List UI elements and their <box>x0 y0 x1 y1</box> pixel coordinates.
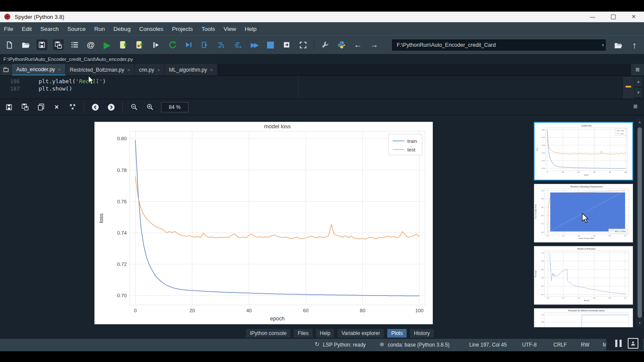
svg-text:100: 100 <box>624 172 627 173</box>
tab-close-icon[interactable]: × <box>157 67 160 72</box>
stop-button[interactable] <box>265 39 276 50</box>
working-directory-input[interactable]: F:\PythonRun\Auto_Encoder_credit_Card ▾ <box>392 39 606 51</box>
editor-scrollbar[interactable] <box>623 77 634 98</box>
save-plot-button[interactable] <box>4 103 14 112</box>
chevron-down-icon[interactable]: ▾ <box>601 42 604 48</box>
thumbnail-threshold-precision[interactable]: 1.00.8Precision for different threshold … <box>534 308 633 328</box>
browse-directory-button[interactable] <box>613 40 623 51</box>
remove-plot-button[interactable]: × <box>52 103 61 112</box>
next-plot-button[interactable] <box>106 103 116 112</box>
previous-plot-button[interactable] <box>91 103 100 112</box>
run-cell-button[interactable] <box>118 39 129 50</box>
browse-tabs-button[interactable] <box>0 64 12 75</box>
tab-files[interactable]: Files <box>293 329 313 338</box>
top-black-bar <box>0 0 644 12</box>
save-button[interactable] <box>36 39 47 50</box>
plots-toolbar: × 84 % ≡ <box>0 99 644 115</box>
permissions-status: RW <box>581 342 589 348</box>
tab-plots[interactable]: Plots <box>387 329 407 338</box>
menu-search[interactable]: Search <box>40 26 59 32</box>
menu-tools[interactable]: Tools <box>201 26 215 32</box>
open-file-button[interactable] <box>20 39 31 50</box>
close-button[interactable]: × <box>623 12 644 22</box>
tab-help[interactable]: Help <box>316 329 335 338</box>
svg-text:False Positive Rate: False Positive Rate <box>579 237 595 239</box>
tab-ipython-console[interactable]: IPython console <box>246 329 291 338</box>
thumbnails-scrollbar[interactable]: ▲ ▼ <box>636 118 643 327</box>
nav-forward-button[interactable]: → <box>369 39 380 50</box>
menu-edit[interactable]: Edit <box>22 26 32 32</box>
debug-file-button[interactable] <box>183 39 194 50</box>
step-over-button[interactable] <box>216 39 227 50</box>
remove-all-plots-button[interactable] <box>68 103 77 112</box>
menu-consoles[interactable]: Consoles <box>139 26 163 32</box>
svg-text:0.78: 0.78 <box>117 168 127 173</box>
maximize-pane-button[interactable] <box>298 39 308 50</box>
thumbnail-recall-precision-chart: 0.00.20.40.60.81.00.00.20.40.60.81.0Reca… <box>534 246 633 305</box>
scroll-down-button[interactable]: ▼ <box>635 88 642 97</box>
plots-options-button[interactable]: ≡ <box>630 103 641 111</box>
tab-variable-explorer[interactable]: Variable explorer <box>337 329 384 338</box>
scrollbar-thumb[interactable] <box>638 127 642 318</box>
editor-tab-bar: Auto_encoder.py × Restricted_Boltzman.py… <box>0 64 644 75</box>
continue-button[interactable]: ▶▶ <box>249 39 259 50</box>
occurrence-marker <box>626 86 631 87</box>
pause-icon[interactable] <box>620 340 622 347</box>
zoom-in-button[interactable] <box>145 103 155 112</box>
svg-text:epoch: epoch <box>584 174 589 176</box>
preferences-button[interactable] <box>320 39 331 50</box>
svg-text:0.4: 0.4 <box>578 235 580 237</box>
menu-view[interactable]: View <box>224 26 236 32</box>
tab-close-icon[interactable]: × <box>58 67 61 72</box>
main-toolbar: @ ▶ ▶▶ ← → F:\PythonRun\Auto_Encoder_cre… <box>0 35 644 54</box>
step-into-button[interactable] <box>232 39 243 50</box>
symbol-finder-button[interactable]: @ <box>85 39 96 50</box>
run-selection-button[interactable] <box>151 39 161 50</box>
menu-help[interactable]: Help <box>245 26 257 32</box>
code-editor[interactable]: 186 187 plt.ylabel('Recall') plt.show() … <box>0 75 644 99</box>
menu-projects[interactable]: Projects <box>172 26 193 32</box>
svg-text:0.76: 0.76 <box>117 199 127 204</box>
svg-text:0.2: 0.2 <box>562 297 565 299</box>
thumbnail-model-loss[interactable]: 0204060801000.700.720.740.760.780.80mode… <box>534 122 633 181</box>
webcam-toggle-button[interactable] <box>628 338 638 349</box>
rerun-button[interactable] <box>167 39 178 50</box>
zoom-out-button[interactable] <box>129 103 139 112</box>
copy-plot-button[interactable] <box>36 103 46 112</box>
menu-debug[interactable]: Debug <box>113 26 131 32</box>
save-all-button[interactable] <box>53 39 64 50</box>
file-switcher-button[interactable] <box>69 39 80 50</box>
zoom-level-field[interactable]: 84 % <box>161 102 188 112</box>
thumbnail-model-loss-chart: 0204060801000.700.720.740.760.780.80mode… <box>535 123 632 180</box>
restore-button[interactable] <box>603 12 623 22</box>
tab-history[interactable]: History <box>410 329 434 338</box>
run-file-button[interactable]: ▶ <box>102 39 112 50</box>
new-file-button[interactable] <box>4 39 15 50</box>
thumbnail-recall-precision[interactable]: 0.00.20.40.60.81.00.00.20.40.60.81.0Reca… <box>534 246 633 305</box>
tab-close-icon[interactable]: × <box>210 67 213 72</box>
minimize-button[interactable]: — <box>582 12 603 22</box>
svg-text:0.8: 0.8 <box>541 260 544 262</box>
tab-cnn[interactable]: cnn.py × <box>135 64 165 75</box>
tab-restricted-boltzman[interactable]: Restricted_Boltzman.py × <box>66 64 135 75</box>
tab-ml-algorithm[interactable]: ML_algorithm.py × <box>164 64 217 75</box>
tab-auto-encoder[interactable]: Auto_encoder.py × <box>12 64 66 75</box>
scroll-down-icon[interactable]: ▼ <box>636 321 643 325</box>
python-env-button[interactable] <box>336 39 347 50</box>
parent-directory-button[interactable]: ↑ <box>629 40 640 51</box>
svg-text:0.8: 0.8 <box>541 198 544 200</box>
new-console-button[interactable] <box>281 39 292 50</box>
editor-options-button[interactable]: ≡ <box>631 64 644 75</box>
save-all-plots-button[interactable] <box>20 103 30 112</box>
menu-source[interactable]: Source <box>67 26 86 32</box>
menu-run[interactable]: Run <box>94 26 105 32</box>
nav-back-button[interactable]: ← <box>352 39 363 50</box>
run-cell-advance-button[interactable] <box>134 39 145 50</box>
pause-icon[interactable] <box>615 340 617 347</box>
scroll-up-button[interactable]: ▲ <box>635 77 642 86</box>
menu-file[interactable]: File <box>4 26 13 32</box>
debug-cell-button[interactable] <box>200 39 210 50</box>
scroll-up-icon[interactable]: ▲ <box>636 120 643 124</box>
tab-close-icon[interactable]: × <box>127 67 130 72</box>
svg-text:0.8: 0.8 <box>608 235 611 237</box>
